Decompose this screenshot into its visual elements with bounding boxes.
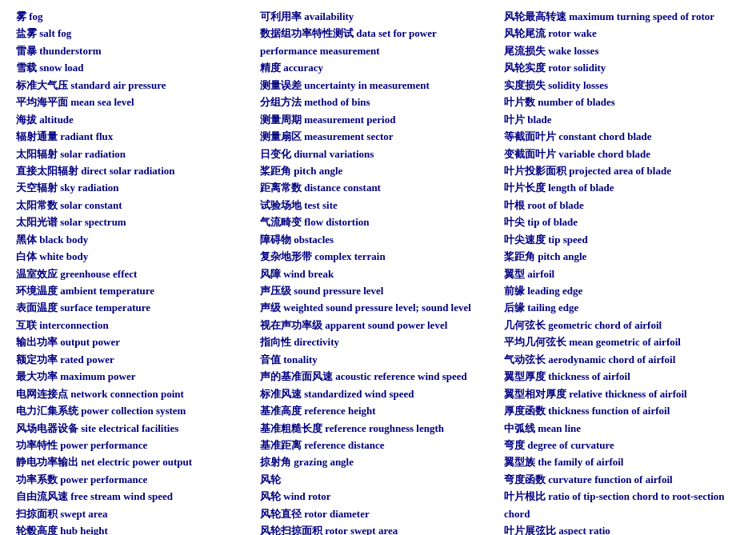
list-item: 气流畸变 flow distortion bbox=[260, 214, 496, 230]
main-content: 雾 fog盐雾 salt fog雷暴 thunderstorm雪载 snow l… bbox=[12, 8, 744, 535]
list-item: 几何弦长 geometric chord of airfoil bbox=[504, 317, 740, 333]
list-item: 桨距角 pitch angle bbox=[260, 162, 496, 179]
list-item: 风场电器设备 site electrical facilities bbox=[16, 420, 252, 437]
list-item: 雷暴 thunderstorm bbox=[16, 42, 252, 59]
list-item: 标准大气压 standard air pressure bbox=[16, 77, 252, 94]
list-item: 辐射通量 radiant flux bbox=[16, 128, 252, 145]
list-item: 静电功率输出 net electric power output bbox=[16, 453, 252, 470]
list-item: 后缘 tailing edge bbox=[504, 299, 740, 316]
list-item: 视在声功率级 apparent sound power level bbox=[260, 317, 496, 333]
list-item: 风轮直径 rotor diameter bbox=[260, 505, 496, 522]
list-item: 声的基准面风速 acoustic reference wind speed bbox=[260, 368, 496, 385]
list-item: 叶片 blade bbox=[504, 111, 740, 128]
list-item: 黑体 black body bbox=[16, 231, 252, 248]
list-item: 雪载 snow load bbox=[16, 59, 252, 76]
list-item: 翼型相对厚度 relative thickness of airfoil bbox=[504, 385, 740, 402]
list-item: 基准高度 reference height bbox=[260, 402, 496, 419]
list-item: 平均几何弦长 mean geometric of airfoil bbox=[504, 333, 740, 350]
list-item: 前缘 leading edge bbox=[504, 282, 740, 299]
list-item: 可利用率 availability bbox=[260, 8, 496, 25]
list-item: 实度损失 solidity losses bbox=[504, 77, 740, 94]
list-item: 基准粗糙长度 reference roughness length bbox=[260, 420, 496, 437]
list-item: 叶片数 number of blades bbox=[504, 94, 740, 110]
list-item: 声压级 sound pressure level bbox=[260, 282, 496, 299]
list-item: 自由流风速 free stream wind speed bbox=[16, 488, 252, 505]
list-item: 桨距角 pitch angle bbox=[504, 248, 740, 265]
list-item: 试验场地 test site bbox=[260, 197, 496, 214]
list-item: 数据组功率特性测试 data set for power performance… bbox=[260, 25, 496, 59]
list-item: 精度 accuracy bbox=[260, 59, 496, 76]
list-item: 基准距离 reference distance bbox=[260, 437, 496, 453]
list-item: 弯度函数 curvature function of airfoil bbox=[504, 471, 740, 488]
list-item: 分组方法 method of bins bbox=[260, 94, 496, 110]
list-item: 叶根 root of blade bbox=[504, 197, 740, 214]
list-item: 太阳常数 solar constant bbox=[16, 197, 252, 214]
list-item: 功率特性 power performance bbox=[16, 437, 252, 453]
list-item: 电网连接点 network connection point bbox=[16, 385, 252, 402]
list-item: 电力汇集系统 power collection system bbox=[16, 402, 252, 419]
list-item: 海拔 altitude bbox=[16, 111, 252, 128]
list-item: 风轮 bbox=[260, 471, 496, 488]
list-item: 气动弦长 aerodynamic chord of airfoil bbox=[504, 351, 740, 368]
list-item: 平均海平面 mean sea level bbox=[16, 94, 252, 110]
list-item: 叶尖速度 tip speed bbox=[504, 231, 740, 248]
list-item: 风轮 wind rotor bbox=[260, 488, 496, 505]
list-item: 厚度函数 thickness function of airfoil bbox=[504, 402, 740, 419]
list-item: 翼型 airfoil bbox=[504, 266, 740, 282]
list-item: 环境温度 ambient temperature bbox=[16, 282, 252, 299]
list-item: 叶片根比 ratio of tip-section chord to root-… bbox=[504, 488, 740, 522]
list-item: 轮毂高度 hub height bbox=[16, 522, 252, 535]
column-2: 可利用率 availability数据组功率特性测试 data set for … bbox=[256, 8, 500, 535]
column-3: 风轮最高转速 maximum turning speed of rotor风轮尾… bbox=[500, 8, 744, 535]
list-item: 掠射角 grazing angle bbox=[260, 453, 496, 470]
list-item: 距离常数 distance constant bbox=[260, 179, 496, 196]
list-item: 弯度 degree of curvature bbox=[504, 437, 740, 453]
list-item: 变截面叶片 variable chord blade bbox=[504, 146, 740, 162]
list-item: 翼型族 the family of airfoil bbox=[504, 453, 740, 470]
list-item: 风轮最高转速 maximum turning speed of rotor bbox=[504, 8, 740, 25]
list-item: 额定功率 rated power bbox=[16, 351, 252, 368]
list-item: 复杂地形带 complex terrain bbox=[260, 248, 496, 265]
list-item: 风轮扫掠面积 rotor swept area bbox=[260, 522, 496, 535]
list-item: 日变化 diurnal variations bbox=[260, 146, 496, 162]
column-1: 雾 fog盐雾 salt fog雷暴 thunderstorm雪载 snow l… bbox=[12, 8, 256, 535]
list-item: 中弧线 mean line bbox=[504, 420, 740, 437]
list-item: 直接太阳辐射 direct solar radiation bbox=[16, 162, 252, 179]
list-item: 翼型厚度 thickness of airfoil bbox=[504, 368, 740, 385]
list-item: 叶片展弦比 aspect ratio bbox=[504, 522, 740, 535]
list-item: 太阳辐射 solar radiation bbox=[16, 146, 252, 162]
list-item: 音值 tonality bbox=[260, 351, 496, 368]
list-item: 风轮尾流 rotor wake bbox=[504, 25, 740, 42]
list-item: 互联 interconnection bbox=[16, 317, 252, 333]
list-item: 最大功率 maximum power bbox=[16, 368, 252, 385]
list-item: 叶尖 tip of blade bbox=[504, 214, 740, 230]
list-item: 扫掠面积 swept area bbox=[16, 505, 252, 522]
list-item: 叶片长度 length of blade bbox=[504, 179, 740, 196]
list-item: 测量误差 uncertainty in measurement bbox=[260, 77, 496, 94]
list-item: 障碍物 obstacles bbox=[260, 231, 496, 248]
list-item: 白体 white body bbox=[16, 248, 252, 265]
list-item: 温室效应 greenhouse effect bbox=[16, 266, 252, 282]
list-item: 尾流损失 wake losses bbox=[504, 42, 740, 59]
list-item: 叶片投影面积 projected area of blade bbox=[504, 162, 740, 179]
list-item: 输出功率 output power bbox=[16, 333, 252, 350]
list-item: 表面温度 surface temperature bbox=[16, 299, 252, 316]
list-item: 标准风速 standardized wind speed bbox=[260, 385, 496, 402]
list-item: 天空辐射 sky radiation bbox=[16, 179, 252, 196]
list-item: 等截面叶片 constant chord blade bbox=[504, 128, 740, 145]
list-item: 雾 fog bbox=[16, 8, 252, 25]
list-item: 风轮实度 rotor solidity bbox=[504, 59, 740, 76]
list-item: 风障 wind break bbox=[260, 266, 496, 282]
list-item: 太阳光谱 solar spectrum bbox=[16, 214, 252, 230]
list-item: 盐雾 salt fog bbox=[16, 25, 252, 42]
list-item: 功率系数 power performance bbox=[16, 471, 252, 488]
list-item: 测量扇区 measurement sector bbox=[260, 128, 496, 145]
list-item: 声级 weighted sound pressure level; sound … bbox=[260, 299, 496, 316]
list-item: 测量周期 measurement period bbox=[260, 111, 496, 128]
list-item: 指向性 directivity bbox=[260, 333, 496, 350]
